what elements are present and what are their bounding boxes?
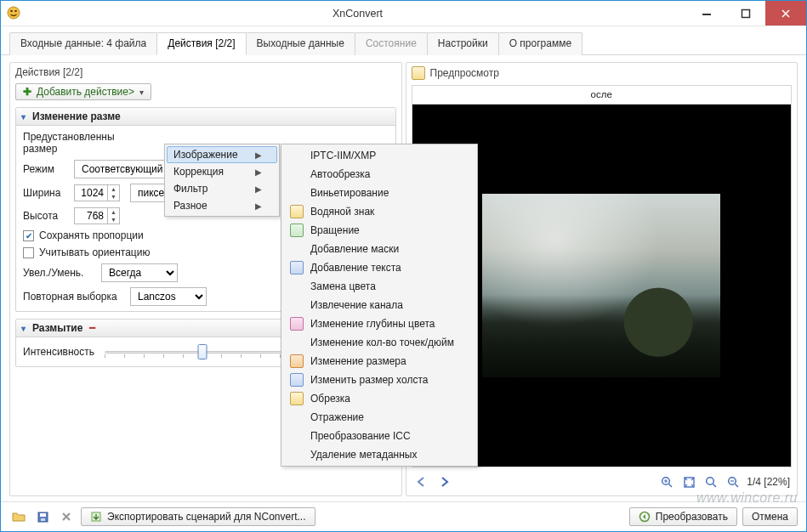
submenu-item[interactable]: Преобразование ICC bbox=[283, 427, 475, 445]
chevron-down-icon: ▾ bbox=[139, 88, 144, 97]
image-submenu: IPTC-IIM/XMPАвтообрезкаВиньетированиеВод… bbox=[281, 144, 478, 467]
preview-image bbox=[482, 194, 720, 377]
close-button[interactable] bbox=[765, 1, 806, 25]
menu-item-icon bbox=[290, 261, 304, 274]
add-action-button[interactable]: ✚ Добавить действие> ▾ bbox=[15, 83, 151, 100]
svg-point-2 bbox=[14, 9, 17, 12]
section-resize-header[interactable]: ▾ Изменение разме bbox=[16, 108, 395, 126]
tab-status[interactable]: Состояние bbox=[355, 32, 428, 55]
height-input[interactable] bbox=[75, 208, 107, 224]
submenu-arrow-icon: ▶ bbox=[255, 184, 262, 194]
tab-about[interactable]: О программе bbox=[498, 32, 583, 55]
intensity-label: Интенсивность bbox=[23, 346, 98, 358]
width-input[interactable] bbox=[75, 185, 107, 201]
zoom-out-button[interactable] bbox=[725, 473, 742, 490]
convert-button[interactable]: Преобразовать bbox=[629, 507, 737, 526]
submenu-item[interactable]: Добавление маски bbox=[283, 240, 475, 258]
menu-item-icon bbox=[290, 224, 304, 237]
submenu-item[interactable]: IPTC-IIM/XMP bbox=[283, 146, 475, 165]
section-resize-title: Изменение разме bbox=[32, 110, 121, 122]
app-icon bbox=[6, 5, 23, 22]
submenu-item[interactable]: Виньетирование bbox=[283, 184, 475, 202]
scale-select[interactable]: Всегда bbox=[101, 263, 178, 282]
menu-item-label: Добавление маски bbox=[310, 243, 399, 255]
app-window: XnConvert Входные данные: 4 файла Действ… bbox=[0, 0, 807, 532]
prev-image-button[interactable] bbox=[413, 473, 430, 490]
caret-down-icon: ▾ bbox=[21, 324, 26, 333]
tab-actions[interactable]: Действия [2/2] bbox=[156, 32, 246, 55]
intensity-slider[interactable] bbox=[105, 342, 300, 361]
next-image-button[interactable] bbox=[435, 473, 452, 490]
menu-filter[interactable]: Фильтр▶ bbox=[167, 180, 277, 197]
workarea: Действия [2/2] ✚ Добавить действие> ▾ ▾ … bbox=[1, 55, 806, 501]
height-spinner[interactable]: ▲▼ bbox=[74, 207, 120, 224]
fit-screen-button[interactable] bbox=[680, 473, 697, 490]
menu-item-label: Добавление текста bbox=[310, 262, 401, 274]
cancel-button[interactable]: Отмена bbox=[742, 507, 798, 526]
remove-icon[interactable]: ━ bbox=[89, 322, 95, 334]
preview-tab-after[interactable]: осле bbox=[412, 85, 793, 104]
save-button[interactable] bbox=[33, 507, 52, 526]
titlebar: XnConvert bbox=[1, 1, 806, 26]
tab-settings[interactable]: Настройки bbox=[427, 32, 499, 55]
width-label: Ширина bbox=[23, 187, 67, 199]
mode-label: Режим bbox=[23, 163, 67, 175]
zoom-actual-button[interactable] bbox=[702, 473, 719, 490]
scale-label: Увел./Умень. bbox=[23, 267, 94, 279]
menu-item-label: Преобразование ICC bbox=[310, 430, 411, 442]
submenu-item[interactable]: Отражение bbox=[283, 408, 475, 427]
open-folder-button[interactable] bbox=[9, 507, 28, 526]
submenu-item[interactable]: Удаление метаданных bbox=[283, 445, 475, 464]
submenu-item[interactable]: Извлечение канала bbox=[283, 296, 475, 314]
menu-item-icon bbox=[290, 205, 304, 218]
menu-item-icon bbox=[290, 354, 304, 368]
menu-item-icon bbox=[290, 392, 304, 405]
submenu-arrow-icon: ▶ bbox=[255, 167, 262, 177]
preview-title: Предпросмотр bbox=[430, 67, 499, 79]
menu-item-label: Виньетирование bbox=[310, 187, 389, 199]
menu-item-icon bbox=[290, 317, 304, 331]
maximize-button[interactable] bbox=[726, 1, 765, 25]
menu-image[interactable]: Изображение▶ bbox=[167, 146, 277, 163]
export-icon bbox=[90, 511, 102, 523]
svg-rect-10 bbox=[40, 513, 46, 517]
menu-item-icon bbox=[290, 373, 304, 387]
checkbox-icon bbox=[23, 247, 34, 258]
menu-correction[interactable]: Коррекция▶ bbox=[167, 163, 277, 180]
menu-item-label: Извлечение канала bbox=[310, 299, 403, 311]
menu-item-label: Изменение размера bbox=[310, 355, 406, 367]
tab-output[interactable]: Выходные данные bbox=[246, 32, 355, 55]
tab-input[interactable]: Входные данные: 4 файла bbox=[9, 32, 157, 55]
menu-item-label: Изменение глубины цвета bbox=[310, 318, 435, 330]
submenu-item[interactable]: Изменение размера bbox=[283, 352, 475, 371]
submenu-item[interactable]: Изменение кол-во точек/дюйм bbox=[283, 333, 475, 352]
actions-title: Действия [2/2] bbox=[15, 66, 82, 78]
submenu-item[interactable]: Добавление текста bbox=[283, 258, 475, 277]
zoom-in-button[interactable] bbox=[658, 473, 675, 490]
submenu-item[interactable]: Водяной знак bbox=[283, 202, 475, 221]
submenu-item[interactable]: Замена цвета bbox=[283, 277, 475, 296]
menu-misc[interactable]: Разное▶ bbox=[167, 197, 277, 214]
resample-select[interactable]: Lanczos bbox=[130, 287, 207, 306]
menu-item-label: Изменение кол-во точек/дюйм bbox=[310, 337, 454, 348]
delete-button[interactable] bbox=[57, 507, 76, 526]
submenu-item[interactable]: Изменить размер холста bbox=[283, 371, 475, 389]
submenu-item[interactable]: Автообрезка bbox=[283, 165, 475, 184]
slider-thumb[interactable] bbox=[198, 344, 207, 359]
menu-item-label: Обрезка bbox=[310, 393, 350, 405]
keep-ratio-label: Сохранять пропорции bbox=[39, 229, 144, 241]
convert-label: Преобразовать bbox=[656, 511, 728, 523]
orientation-label: Учитывать ориентацию bbox=[39, 246, 150, 258]
submenu-arrow-icon: ▶ bbox=[255, 150, 262, 160]
export-nconvert-button[interactable]: Экспортировать сценарий для NConvert... bbox=[81, 507, 315, 526]
minimize-button[interactable] bbox=[687, 1, 726, 25]
preview-info: 1/4 [22%] bbox=[747, 476, 790, 488]
menu-item-label: Отражение bbox=[310, 411, 364, 423]
preset-label: Предустановленны размер bbox=[23, 131, 132, 155]
width-spinner[interactable]: ▲▼ bbox=[74, 184, 120, 201]
footer: Экспортировать сценарий для NConvert... … bbox=[1, 501, 806, 531]
svg-rect-4 bbox=[742, 9, 750, 17]
submenu-item[interactable]: Вращение bbox=[283, 221, 475, 240]
submenu-item[interactable]: Изменение глубины цвета bbox=[283, 314, 475, 333]
submenu-item[interactable]: Обрезка bbox=[283, 389, 475, 408]
